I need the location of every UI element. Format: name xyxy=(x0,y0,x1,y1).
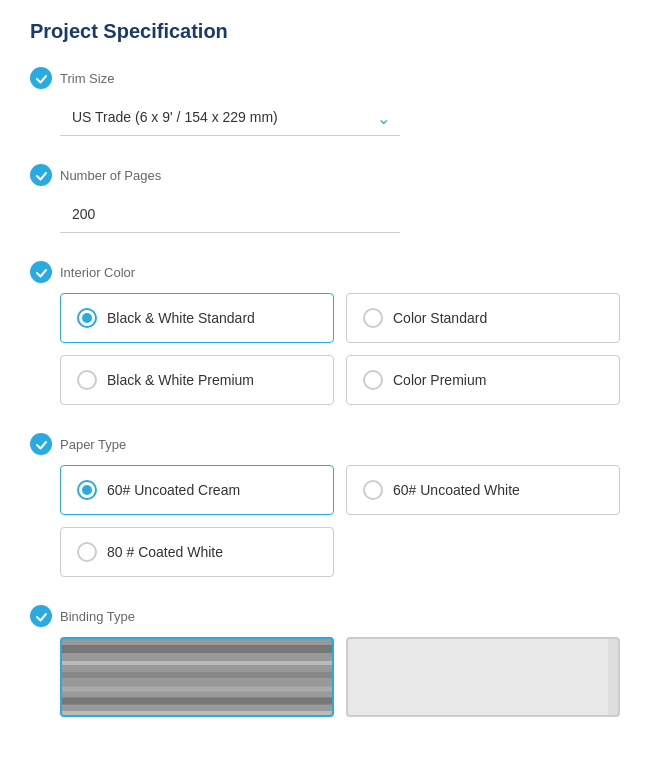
binding-type-label: Binding Type xyxy=(60,609,135,624)
paper-type-options: 60# Uncoated Cream 60# Uncoated White 80… xyxy=(60,465,620,577)
color-premium-option[interactable]: Color Premium xyxy=(346,355,620,405)
bw-premium-radio xyxy=(77,370,97,390)
coated-white-option[interactable]: 80 # Coated White xyxy=(60,527,334,577)
color-premium-label: Color Premium xyxy=(393,372,486,388)
coated-white-label: 80 # Coated White xyxy=(107,544,223,560)
coated-white-radio xyxy=(77,542,97,562)
interior-color-label: Interior Color xyxy=(60,265,135,280)
color-premium-radio xyxy=(363,370,383,390)
bw-standard-radio-inner xyxy=(82,313,92,323)
color-standard-radio xyxy=(363,308,383,328)
trim-size-select-wrapper[interactable]: US Trade (6 x 9' / 154 x 229 mm) Digest … xyxy=(60,99,400,136)
paper-type-check-icon xyxy=(30,433,52,455)
page-title: Project Specification xyxy=(30,20,620,43)
uncoated-white-radio xyxy=(363,480,383,500)
binding-type-options xyxy=(60,637,620,717)
bw-standard-option[interactable]: Black & White Standard xyxy=(60,293,334,343)
binding-type-section: Binding Type xyxy=(30,605,620,717)
svg-rect-12 xyxy=(348,639,608,715)
interior-color-options: Black & White Standard Color Standard Bl… xyxy=(60,293,620,405)
trim-size-label: Trim Size xyxy=(60,71,114,86)
bw-premium-label: Black & White Premium xyxy=(107,372,254,388)
interior-color-check-icon xyxy=(30,261,52,283)
color-standard-option[interactable]: Color Standard xyxy=(346,293,620,343)
uncoated-white-option[interactable]: 60# Uncoated White xyxy=(346,465,620,515)
bw-standard-radio xyxy=(77,308,97,328)
interior-color-section: Interior Color Black & White Standard Co… xyxy=(30,261,620,405)
trim-size-check-icon xyxy=(30,67,52,89)
binding-option-right[interactable] xyxy=(346,637,620,717)
bw-standard-label: Black & White Standard xyxy=(107,310,255,326)
color-standard-label: Color Standard xyxy=(393,310,487,326)
binding-option-left[interactable] xyxy=(60,637,334,717)
uncoated-cream-radio xyxy=(77,480,97,500)
pages-input[interactable] xyxy=(60,196,400,233)
pages-check-icon xyxy=(30,164,52,186)
paper-type-section: Paper Type 60# Uncoated Cream 60# Uncoat… xyxy=(30,433,620,577)
pages-label: Number of Pages xyxy=(60,168,161,183)
uncoated-cream-radio-inner xyxy=(82,485,92,495)
bw-premium-option[interactable]: Black & White Premium xyxy=(60,355,334,405)
paper-type-label: Paper Type xyxy=(60,437,126,452)
binding-type-check-icon xyxy=(30,605,52,627)
trim-size-select[interactable]: US Trade (6 x 9' / 154 x 229 mm) Digest … xyxy=(60,99,400,136)
uncoated-cream-option[interactable]: 60# Uncoated Cream xyxy=(60,465,334,515)
uncoated-cream-label: 60# Uncoated Cream xyxy=(107,482,240,498)
number-of-pages-section: Number of Pages xyxy=(30,164,620,233)
trim-size-section: Trim Size US Trade (6 x 9' / 154 x 229 m… xyxy=(30,67,620,136)
uncoated-white-label: 60# Uncoated White xyxy=(393,482,520,498)
